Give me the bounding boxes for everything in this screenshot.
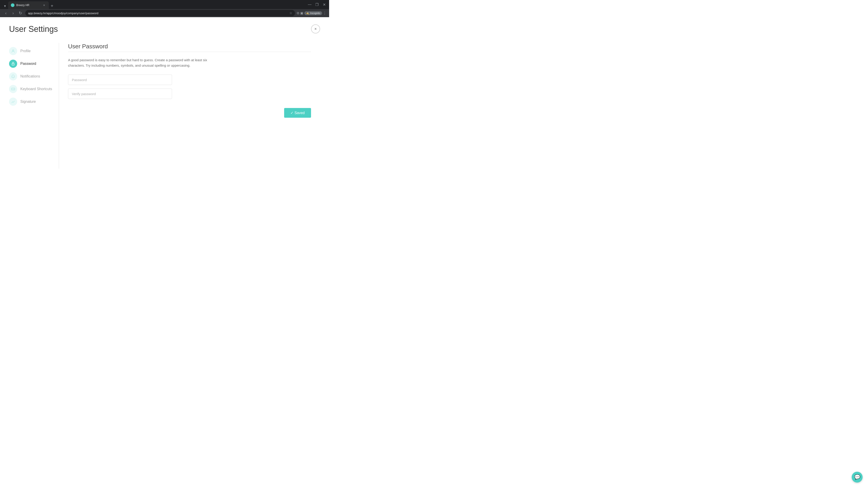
keyboard-icon-bg	[9, 85, 17, 93]
page-header: User Settings ×	[9, 24, 320, 34]
svg-rect-3	[11, 88, 15, 90]
close-settings-btn[interactable]: ×	[311, 24, 320, 33]
password-icon-bg	[9, 60, 17, 68]
content-area: User Password A good password is easy to…	[59, 43, 320, 168]
main-layout: Profile Password	[9, 43, 320, 168]
url-text: app.breezy.hr/app/c/moodjoy/company/user…	[28, 11, 287, 15]
signature-icon-bg	[9, 98, 17, 106]
svg-point-2	[13, 64, 13, 65]
sidebar-item-keyboard-shortcuts[interactable]: Keyboard Shortcuts	[9, 83, 59, 95]
save-btn-container: ✓ Saved	[68, 108, 311, 118]
content-description: A good password is easy to remember but …	[68, 57, 222, 68]
password-field-group	[68, 74, 311, 85]
profile-icon-bg	[9, 47, 17, 55]
tabs-bar: ▾ Breezy HR × +	[2, 0, 305, 9]
url-bar[interactable]: app.breezy.hr/app/c/moodjoy/company/user…	[25, 10, 295, 16]
layout-icon[interactable]: ▣	[300, 11, 303, 15]
password-icon	[11, 62, 15, 66]
refresh-btn[interactable]: ↻	[17, 10, 24, 16]
page-title: User Settings	[9, 24, 58, 34]
sidebar-item-profile[interactable]: Profile	[9, 45, 59, 57]
password-input[interactable]	[68, 74, 172, 85]
browser-right-icons: ⧉ ▣ 🕵 Incognito ⋮	[297, 11, 327, 15]
address-bar: ‹ › ↻ app.breezy.hr/app/c/moodjoy/compan…	[0, 9, 329, 17]
sidebar-label-password: Password	[20, 62, 36, 66]
sidebar-label-profile: Profile	[20, 49, 31, 53]
sidebar-item-notifications[interactable]: Notifications	[9, 70, 59, 83]
keyboard-icon	[11, 87, 15, 91]
sidebar-label-notifications: Notifications	[20, 74, 40, 78]
new-tab-button[interactable]: +	[49, 3, 55, 9]
sidebar-label-signature: Signature	[20, 100, 36, 104]
active-tab[interactable]: Breezy HR ×	[8, 1, 49, 9]
sidebar: Profile Password	[9, 43, 59, 168]
close-window-btn[interactable]: ✕	[321, 1, 327, 8]
tab-close-btn[interactable]: ×	[42, 3, 46, 7]
sidebar-item-password[interactable]: Password	[9, 57, 59, 70]
forward-btn[interactable]: ›	[10, 10, 16, 16]
notifications-icon-bg	[9, 72, 17, 80]
signature-icon	[11, 100, 15, 104]
window-controls: — ❐ ✕	[307, 1, 327, 8]
incognito-icon: 🕵	[306, 12, 309, 15]
nav-controls: ‹ › ↻	[3, 10, 24, 16]
sidebar-item-signature[interactable]: Signature	[9, 95, 59, 108]
extensions-icon[interactable]: ⧉	[297, 11, 299, 15]
tab-favicon	[11, 3, 14, 7]
browser-controls: ▾	[2, 3, 8, 9]
verify-password-input[interactable]	[68, 89, 172, 99]
tab-title: Breezy HR	[16, 4, 40, 7]
svg-point-0	[12, 50, 14, 51]
tab-list-btn[interactable]: ▾	[2, 3, 8, 9]
profile-icon	[11, 49, 15, 53]
verify-password-field-group	[68, 89, 311, 99]
incognito-label: Incognito	[310, 12, 320, 14]
bookmark-icon[interactable]: ☆	[289, 11, 292, 15]
page-content: User Settings × Profile	[0, 17, 329, 184]
menu-btn[interactable]: ⋮	[323, 11, 327, 15]
back-btn[interactable]: ‹	[3, 10, 9, 16]
save-button[interactable]: ✓ Saved	[284, 108, 311, 118]
incognito-badge: 🕵 Incognito	[304, 11, 322, 15]
notifications-icon	[11, 74, 15, 78]
sidebar-label-keyboard-shortcuts: Keyboard Shortcuts	[20, 87, 52, 91]
browser-chrome: ▾ Breezy HR × + — ❐ ✕	[0, 0, 329, 9]
restore-btn[interactable]: ❐	[314, 1, 320, 8]
content-title: User Password	[68, 43, 311, 50]
minimize-btn[interactable]: —	[307, 1, 313, 8]
url-icons: ☆	[289, 11, 292, 15]
